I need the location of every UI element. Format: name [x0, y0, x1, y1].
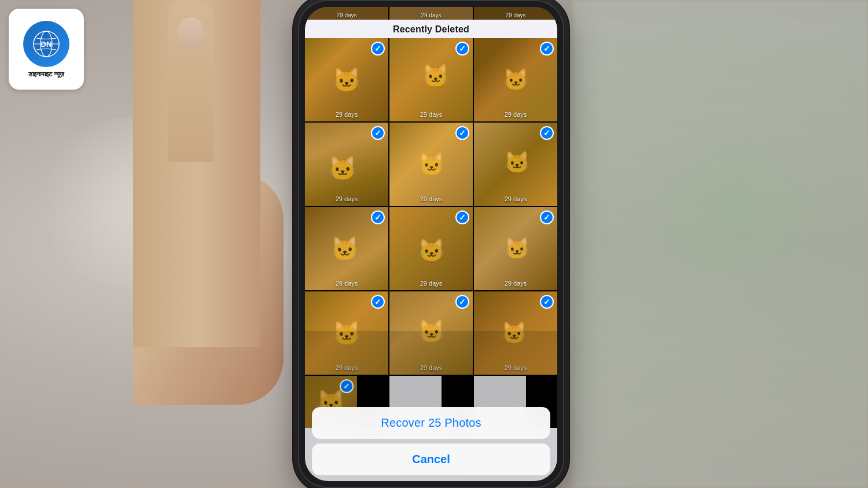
globe-icon: DN [32, 29, 61, 58]
photo-cell-6[interactable]: 29 days [474, 123, 557, 206]
select-badge-5 [455, 126, 469, 140]
photo-cell-7[interactable]: 29 days [305, 207, 388, 290]
phone-device: 29 days 29 days 29 days Recently Deleted… [298, 0, 564, 488]
days-label-5: 29 days [389, 195, 473, 202]
select-badge-3 [540, 42, 554, 56]
fingernail [178, 17, 204, 49]
top-partial-row: 29 days 29 days 29 days [305, 7, 557, 20]
cancel-button[interactable]: Cancel [312, 443, 550, 475]
select-badge-8 [455, 210, 469, 224]
photo-cell-8[interactable]: 29 days [389, 207, 473, 290]
days-label-9: 29 days [474, 280, 557, 287]
top-cell-3: 29 days [474, 7, 557, 20]
days-label-1: 29 days [305, 111, 388, 118]
logo-circle: DN [23, 21, 69, 67]
section-title: Recently Deleted [393, 24, 469, 34]
section-header: Recently Deleted [305, 20, 557, 38]
photo-cell-3[interactable]: 29 days [474, 38, 557, 121]
action-sheet: Recover 25 Photos Cancel [305, 407, 557, 481]
top-days-2: 29 days [389, 12, 473, 19]
select-badge-1 [371, 42, 385, 56]
dn-logo: DN डाइनामाइट न्यूज़ [9, 9, 84, 90]
select-badge-11 [455, 295, 469, 309]
days-label-2: 29 days [389, 111, 473, 118]
select-badge-12 [540, 295, 554, 309]
photo-cell-2[interactable]: 29 days [389, 38, 473, 121]
top-days-1: 29 days [305, 12, 388, 19]
photo-cell-1[interactable]: 29 days [305, 38, 388, 121]
top-cell-2: 29 days [389, 7, 473, 20]
logo-label: डाइनामाइट न्यूज़ [28, 71, 64, 78]
recover-photos-button[interactable]: Recover 25 Photos [312, 407, 550, 439]
days-label-8: 29 days [389, 280, 473, 287]
right-background [573, 0, 868, 488]
action-sheet-overlay: Recover 25 Photos Cancel [305, 407, 557, 481]
days-label-7: 29 days [305, 280, 388, 287]
svg-text:DN: DN [41, 40, 52, 49]
phone-screen: 29 days 29 days 29 days Recently Deleted… [305, 7, 557, 481]
phone-outer: 29 days 29 days 29 days Recently Deleted… [289, 0, 573, 488]
photo-cell-9[interactable]: 29 days [474, 207, 557, 290]
select-badge-10 [371, 295, 385, 309]
select-badge-7 [371, 210, 385, 224]
select-badge-4 [371, 126, 385, 140]
top-cell-1: 29 days [305, 7, 388, 20]
photo-cell-4[interactable]: 29 days [305, 123, 388, 206]
days-label-3: 29 days [474, 111, 557, 118]
days-label-6: 29 days [474, 195, 557, 202]
select-badge-9 [540, 210, 554, 224]
select-badge-2 [455, 42, 469, 56]
select-badge-6 [540, 126, 554, 140]
top-days-3: 29 days [474, 12, 557, 19]
photo-cell-5[interactable]: 29 days [389, 123, 473, 206]
action-sheet-group-recover: Recover 25 Photos [312, 407, 550, 439]
days-label-4: 29 days [305, 195, 388, 202]
